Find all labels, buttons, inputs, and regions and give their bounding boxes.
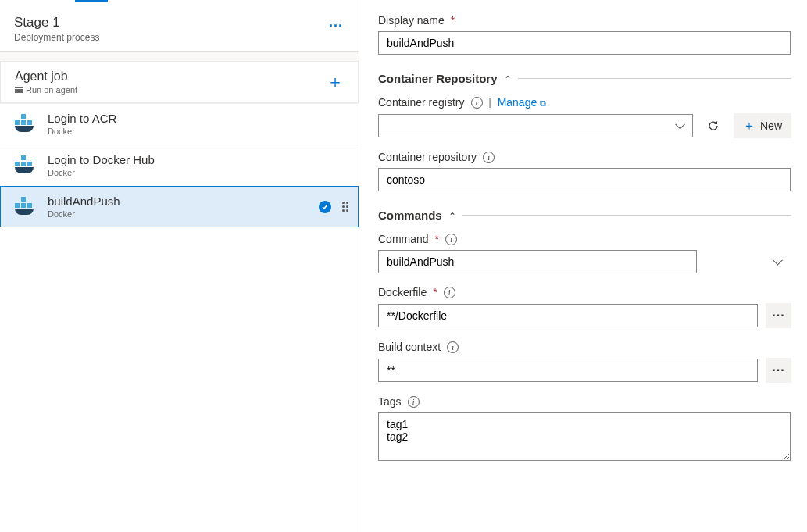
task-row[interactable]: Login to Docker HubDocker [0, 145, 359, 186]
task-row[interactable]: buildAndPushDocker [0, 186, 359, 227]
task-title: Login to ACR [48, 112, 348, 125]
drag-handle[interactable] [342, 202, 348, 212]
info-icon[interactable]: i [408, 396, 420, 408]
task-details-panel: Display name * Container Repository ⌄ Co… [359, 0, 807, 532]
command-select[interactable]: buildAndPush [378, 250, 697, 273]
container-repository-input[interactable] [378, 168, 791, 191]
info-icon[interactable]: i [471, 97, 483, 109]
docker-icon [15, 157, 37, 174]
docker-icon [15, 116, 37, 133]
dockerfile-browse-button[interactable]: ··· [766, 303, 791, 328]
tags-textarea[interactable] [378, 412, 791, 461]
commands-section[interactable]: Commands ⌄ [378, 209, 791, 222]
refresh-button[interactable] [701, 113, 726, 138]
active-tab-indicator [75, 0, 108, 2]
chevron-up-icon: ⌄ [448, 210, 456, 221]
container-repository-label: Container repository [378, 151, 477, 163]
external-link-icon: ⧉ [540, 98, 546, 108]
command-label: Command [378, 233, 429, 245]
stage-more-button[interactable]: ··· [323, 15, 349, 37]
docker-icon [15, 198, 37, 216]
manage-link[interactable]: Manage ⧉ [498, 96, 546, 109]
info-icon[interactable]: i [444, 287, 455, 298]
add-task-button[interactable]: ＋ [322, 73, 348, 91]
chevron-up-icon: ⌄ [504, 73, 512, 84]
info-icon[interactable]: i [447, 341, 459, 353]
refresh-icon [707, 120, 720, 132]
task-subtitle: Docker [48, 209, 308, 219]
task-subtitle: Docker [48, 168, 348, 177]
info-icon[interactable]: i [483, 152, 495, 163]
task-subtitle: Docker [48, 127, 348, 136]
task-title: buildAndPush [48, 195, 308, 208]
agent-job-row[interactable]: Agent job Run on agent ＋ [0, 61, 359, 103]
display-name-input[interactable] [378, 31, 791, 55]
display-name-label: Display name [378, 14, 445, 27]
stage-header[interactable]: Stage 1 Deployment process ··· [0, 4, 359, 52]
build-context-label: Build context [378, 341, 441, 353]
agent-job-title: Agent job [15, 70, 77, 84]
build-context-input[interactable] [378, 359, 758, 382]
info-icon[interactable]: i [445, 234, 457, 245]
dockerfile-label: Dockerfile [378, 286, 427, 298]
task-row[interactable]: Login to ACRDocker [0, 103, 359, 145]
container-registry-select[interactable] [378, 114, 693, 137]
dockerfile-input[interactable] [378, 304, 758, 327]
build-context-browse-button[interactable]: ··· [766, 358, 791, 383]
stage-title: Stage 1 [14, 15, 99, 30]
task-title: Login to Docker Hub [48, 153, 348, 166]
container-registry-label: Container registry [378, 96, 465, 109]
check-icon [319, 201, 331, 213]
stage-subtitle: Deployment process [14, 32, 99, 43]
plus-icon: ＋ [743, 118, 755, 134]
pipeline-task-list: Stage 1 Deployment process ··· Agent job… [0, 0, 359, 532]
agent-job-subtitle: Run on agent [15, 85, 77, 95]
container-repository-section[interactable]: Container Repository ⌄ [378, 72, 791, 85]
new-registry-button[interactable]: ＋ New [734, 113, 791, 138]
tags-label: Tags [378, 395, 402, 408]
server-icon [15, 87, 23, 93]
